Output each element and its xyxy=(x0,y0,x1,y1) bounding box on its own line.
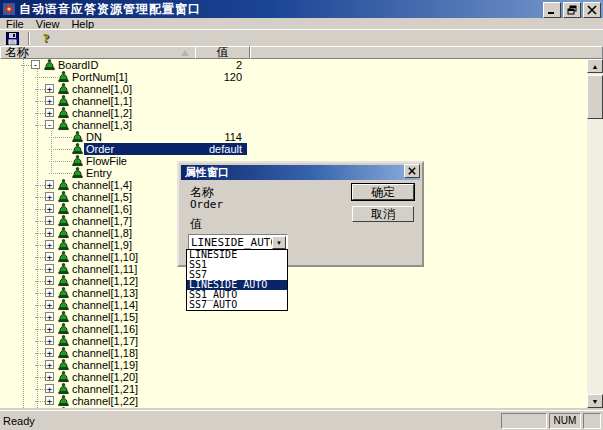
tree-row-label: channel[1,20] xyxy=(72,371,138,383)
titlebar: 自动语音应答资源管理配置窗口 xyxy=(0,0,603,18)
save-button[interactable] xyxy=(0,31,24,46)
tree-row[interactable]: +channel[1,12] xyxy=(0,275,587,287)
tree-row[interactable]: +channel[1,19] xyxy=(0,359,587,371)
menu-item-file[interactable]: File xyxy=(0,18,30,30)
tree-row[interactable]: +channel[1,22] xyxy=(0,395,587,407)
cancel-button[interactable]: 取消 xyxy=(352,206,414,222)
expand-toggle[interactable]: + xyxy=(45,312,54,321)
column-header-value[interactable]: 值 xyxy=(195,46,250,59)
tree-row[interactable]: +channel[1,13] xyxy=(0,287,587,299)
tree-row[interactable]: +channel[1,20] xyxy=(0,371,587,383)
tree-row[interactable]: +channel[1,18] xyxy=(0,347,587,359)
expand-toggle[interactable]: + xyxy=(45,336,54,345)
tree-row[interactable]: +channel[1,23] xyxy=(0,407,587,408)
expand-toggle[interactable]: + xyxy=(45,288,54,297)
expand-toggle[interactable]: + xyxy=(45,372,54,381)
tree-connector-line xyxy=(35,353,45,354)
tree-connector-line xyxy=(49,149,72,150)
close-button[interactable] xyxy=(583,2,601,18)
expand-toggle[interactable]: + xyxy=(45,348,54,357)
tree-row[interactable]: +channel[1,16] xyxy=(0,323,587,335)
tree-row-value: 114 xyxy=(178,131,242,143)
expand-toggle[interactable]: + xyxy=(45,108,54,117)
bell-icon xyxy=(58,215,70,227)
column-value-label: 值 xyxy=(217,46,229,59)
minimize-button[interactable] xyxy=(543,2,561,18)
expand-toggle[interactable]: + xyxy=(45,252,54,261)
expand-toggle[interactable]: + xyxy=(45,240,54,249)
tree-connector-line xyxy=(35,101,45,102)
arrow-up-icon: ▲ xyxy=(592,63,599,70)
tree-row[interactable]: -channel[1,3] xyxy=(0,119,587,131)
tree-row-label: channel[1,12] xyxy=(72,275,138,287)
tree-row[interactable]: +channel[1,2] xyxy=(0,107,587,119)
expand-toggle[interactable]: + xyxy=(45,396,54,405)
tree-connector-line xyxy=(35,185,45,186)
tree-row-label: channel[1,2] xyxy=(72,107,132,119)
expand-toggle[interactable]: + xyxy=(45,264,54,273)
droplist-option[interactable]: SS7_AUTO xyxy=(187,300,287,310)
scroll-down-button[interactable]: ▼ xyxy=(587,394,603,408)
tree-row-label: channel[1,1] xyxy=(72,95,132,107)
tree-row[interactable]: +channel[1,17] xyxy=(0,335,587,347)
expand-toggle[interactable]: + xyxy=(45,84,54,93)
scrollbar-thumb[interactable] xyxy=(587,75,603,119)
bell-icon xyxy=(58,179,70,191)
menubar: FileViewHelp xyxy=(0,18,603,29)
dialog-close-button[interactable] xyxy=(404,164,420,178)
tree-connector-line xyxy=(35,113,45,114)
app-window: 自动语音应答资源管理配置窗口 FileViewHelp xyxy=(0,0,603,430)
expand-toggle[interactable]: + xyxy=(45,384,54,393)
tree-row[interactable]: -BoardID2 xyxy=(0,59,587,71)
expand-toggle[interactable]: + xyxy=(45,276,54,285)
tree-row-label: Order xyxy=(86,143,114,155)
dialog-title: 属性窗口 xyxy=(185,165,229,180)
combobox-dropdown-button[interactable]: ▼ xyxy=(272,236,286,249)
tree-connector-line xyxy=(35,221,45,222)
dialog-titlebar: 属性窗口 xyxy=(181,165,420,180)
collapse-toggle[interactable]: - xyxy=(31,60,40,69)
expand-toggle[interactable]: + xyxy=(45,360,54,369)
bell-icon xyxy=(58,107,70,119)
tree-connector-line xyxy=(35,401,45,402)
window-title: 自动语音应答资源管理配置窗口 xyxy=(19,1,201,18)
expand-toggle[interactable]: + xyxy=(45,300,54,309)
tree-row-value: default xyxy=(178,143,242,155)
expand-toggle[interactable]: + xyxy=(45,96,54,105)
statusbar: Ready NUM xyxy=(0,410,603,430)
tree-row[interactable]: +channel[1,21] xyxy=(0,383,587,395)
menu-item-help[interactable]: Help xyxy=(65,18,100,30)
expand-toggle[interactable]: + xyxy=(45,228,54,237)
expand-toggle[interactable]: + xyxy=(45,216,54,225)
expand-toggle[interactable]: + xyxy=(45,204,54,213)
expand-toggle[interactable]: + xyxy=(45,324,54,333)
num-lock-indicator: NUM xyxy=(549,413,581,429)
vertical-scrollbar[interactable]: ▲ ▼ xyxy=(587,59,603,408)
menu-item-view[interactable]: View xyxy=(30,18,66,30)
toolbar-separator xyxy=(28,32,30,45)
bell-icon xyxy=(58,275,70,287)
tree-row[interactable]: +channel[1,0] xyxy=(0,83,587,95)
column-header-name[interactable]: 名称 xyxy=(0,46,199,59)
tree-row-value: 120 xyxy=(178,71,242,83)
tree-row[interactable]: +channel[1,15] xyxy=(0,311,587,323)
tree-row-label: channel[1,19] xyxy=(72,359,138,371)
tree-row[interactable]: +channel[1,14] xyxy=(0,299,587,311)
tree-connector-line xyxy=(35,329,45,330)
restore-button[interactable] xyxy=(563,2,581,18)
expand-toggle[interactable]: + xyxy=(45,192,54,201)
tree-row-label: channel[1,13] xyxy=(72,287,138,299)
tree-row[interactable]: DN114 xyxy=(0,131,587,143)
tree-row[interactable]: +channel[1,1] xyxy=(0,95,587,107)
tree-connector-line xyxy=(35,305,45,306)
tree-row[interactable]: PortNum[1]120 xyxy=(0,71,587,83)
expand-toggle[interactable]: + xyxy=(45,180,54,189)
bell-icon xyxy=(58,83,70,95)
arrow-down-icon: ▼ xyxy=(592,398,599,405)
ok-button[interactable]: 确定 xyxy=(352,184,414,200)
collapse-toggle[interactable]: - xyxy=(45,120,54,129)
tree-row[interactable]: Orderdefault xyxy=(0,143,587,155)
scroll-up-button[interactable]: ▲ xyxy=(587,59,603,73)
help-button[interactable]: ? xyxy=(34,31,58,46)
tree-row-label: channel[1,17] xyxy=(72,335,138,347)
